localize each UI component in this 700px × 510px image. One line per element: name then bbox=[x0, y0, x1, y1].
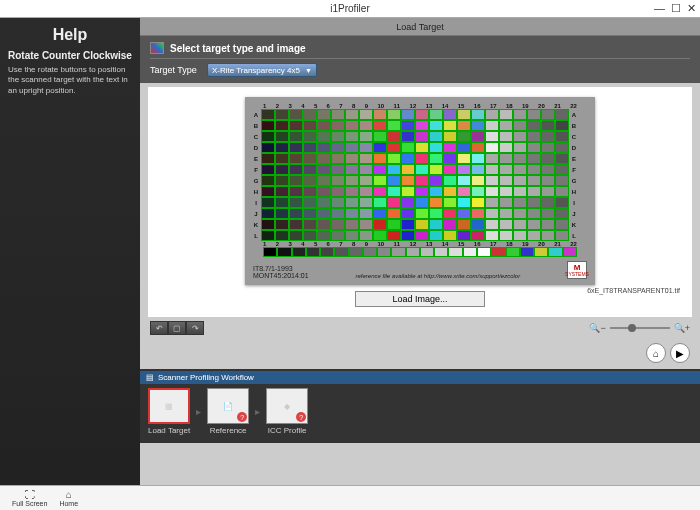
panel-title: Select target type and image bbox=[170, 43, 306, 54]
close-button[interactable]: ✕ bbox=[687, 2, 696, 15]
nav-buttons: ⌂ ▶ bbox=[140, 339, 700, 369]
window-title: i1Profiler bbox=[330, 3, 369, 14]
maximize-button[interactable]: ☐ bbox=[671, 2, 681, 15]
target-thumb-icon bbox=[150, 42, 164, 54]
target-refnote: reference file available at http://www.x… bbox=[355, 273, 520, 279]
home-icon: ⌂ bbox=[66, 490, 72, 500]
zoom-slider[interactable]: 🔍− 🔍+ bbox=[589, 323, 690, 333]
fullscreen-icon: ⛶ bbox=[25, 490, 35, 500]
workflow-item-icc-profile[interactable]: ◆?ICC Profile bbox=[266, 388, 308, 435]
help-heading: Help bbox=[8, 26, 132, 44]
workflow-item-reference[interactable]: 📄?Reference bbox=[207, 388, 249, 435]
target-type-label: Target Type bbox=[150, 65, 197, 75]
minimize-button[interactable]: — bbox=[654, 2, 665, 15]
grayscale-strip bbox=[263, 247, 577, 257]
rotate-none-button[interactable]: ▢ bbox=[168, 321, 186, 335]
target-type-value: X-Rite Transparency 4x5 bbox=[212, 66, 300, 75]
zoom-out-icon[interactable]: 🔍− bbox=[589, 323, 605, 333]
nav-home-button[interactable]: ⌂ bbox=[646, 343, 666, 363]
tabbar: Load Target bbox=[140, 18, 700, 36]
chevron-down-icon: ▼ bbox=[305, 67, 312, 74]
content-area: Load Target Select target type and image… bbox=[140, 18, 700, 485]
target-standard: IT8.7/1-1993 bbox=[253, 265, 309, 272]
zoom-track[interactable] bbox=[610, 327, 670, 329]
monaco-logo: M SYSTEMS bbox=[567, 261, 587, 279]
help-sidebar: Help Rotate Counter Clockwise Use the ro… bbox=[0, 18, 140, 485]
select-target-panel: Select target type and image Target Type… bbox=[140, 36, 700, 83]
window-buttons: — ☐ ✕ bbox=[654, 2, 696, 15]
help-subheading: Rotate Counter Clockwise bbox=[8, 50, 132, 61]
target-type-select[interactable]: X-Rite Transparency 4x5 ▼ bbox=[207, 63, 317, 77]
workflow-strip: ▤ Scanner Profiling Workflow ▦Load Targe… bbox=[140, 369, 700, 443]
load-image-button[interactable]: Load Image... bbox=[355, 291, 485, 307]
fullscreen-button[interactable]: ⛶ Full Screen bbox=[12, 490, 47, 507]
help-body: Use the rotate buttons to position the s… bbox=[8, 65, 132, 96]
rotate-buttons: ↶ ▢ ↷ bbox=[150, 321, 204, 335]
home-button[interactable]: ⌂ Home bbox=[59, 490, 78, 507]
target-filename: 6xE_IT8TRANSPARENT01.tif bbox=[587, 287, 680, 294]
zoom-in-icon[interactable]: 🔍+ bbox=[674, 323, 690, 333]
target-batch: MONT45:2014:01 bbox=[253, 272, 309, 279]
stage-toolbar: ↶ ▢ ↷ 🔍− 🔍+ bbox=[140, 317, 700, 339]
workflow-item-load-target[interactable]: ▦Load Target bbox=[148, 388, 190, 435]
bottombar: ⛶ Full Screen ⌂ Home bbox=[0, 485, 700, 510]
rotate-cw-button[interactable]: ↷ bbox=[186, 321, 204, 335]
rotate-ccw-button[interactable]: ↶ bbox=[150, 321, 168, 335]
zoom-thumb[interactable] bbox=[628, 324, 636, 332]
tab-load-target[interactable]: Load Target bbox=[396, 22, 443, 32]
workflow-icon: ▤ bbox=[146, 373, 154, 382]
nav-next-button[interactable]: ▶ bbox=[670, 343, 690, 363]
titlebar: i1Profiler — ☐ ✕ bbox=[0, 0, 700, 18]
workflow-title: Scanner Profiling Workflow bbox=[158, 373, 254, 382]
it8-target[interactable]: 12345678910111213141516171819202122 AABB… bbox=[245, 97, 595, 285]
stage: 12345678910111213141516171819202122 AABB… bbox=[148, 87, 692, 317]
